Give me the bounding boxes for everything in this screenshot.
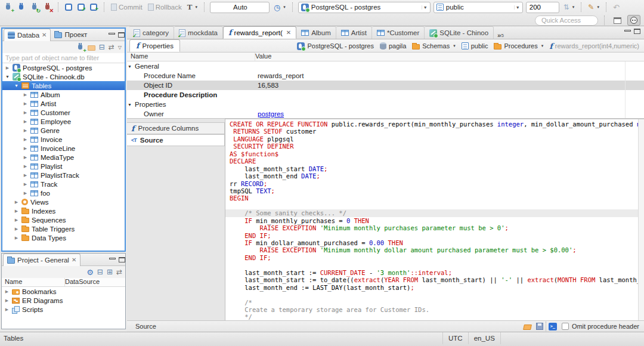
link-with-editor-icon[interactable]: ⇄ <box>116 268 122 276</box>
quick-access-input[interactable] <box>535 16 598 26</box>
timezone-indicator[interactable]: UTC <box>442 332 469 344</box>
breadcrumb-item-public[interactable]: public <box>462 42 488 50</box>
editor-tab-album[interactable]: Album <box>296 26 336 39</box>
undo-button[interactable]: ↶ <box>612 3 621 12</box>
expand-icon[interactable]: ▶ <box>23 173 28 178</box>
expand-icon[interactable]: ▶ <box>23 191 28 196</box>
tree-item-playlisttrack[interactable]: ▶PlaylistTrack <box>2 171 125 180</box>
omit-procedure-header-checkbox[interactable] <box>562 323 569 330</box>
close-icon[interactable]: ✕ <box>42 32 47 38</box>
dbeaver-perspective-button[interactable] <box>627 15 640 26</box>
transaction-log-button[interactable]: T▾ <box>186 2 199 13</box>
vertical-scrollbar[interactable] <box>638 119 644 320</box>
expand-icon[interactable]: ▶ <box>4 307 10 312</box>
editor-tab-rewards-report[interactable]: frewards_report(✕ <box>223 26 296 39</box>
tab-database-navigator[interactable]: Databa ✕ <box>4 29 51 41</box>
subtab-source[interactable]: <TSource <box>127 134 225 146</box>
property-row-owner[interactable]: Ownerpostgres <box>127 109 644 119</box>
tree-item-playlist[interactable]: ▶Playlist <box>2 162 125 171</box>
property-row-procedure-description[interactable]: Procedure Description <box>127 90 644 100</box>
chevron-down-icon[interactable]: ▾ <box>453 44 456 48</box>
sql-editor-button[interactable] <box>64 3 73 11</box>
project-item-bookmarks[interactable]: ▶Bookmarks <box>2 287 125 296</box>
tree-item-employee[interactable]: ▶Employee <box>2 117 125 126</box>
console-icon[interactable]: >_ <box>549 323 557 330</box>
close-icon[interactable]: ✕ <box>72 257 76 263</box>
owner-link[interactable]: postgres <box>258 110 284 118</box>
source-editor[interactable]: CREATE OR REPLACE FUNCTION public.reward… <box>225 119 644 320</box>
collapse-icon[interactable]: ▼ <box>128 103 133 107</box>
expand-icon[interactable]: ▶ <box>23 164 28 169</box>
tree-item-foo[interactable]: ▶foo <box>2 189 125 197</box>
tree-item-indexes[interactable]: ▶Indexes <box>2 206 125 215</box>
object-filter-input[interactable] <box>2 53 125 63</box>
gear-icon[interactable]: ⚙ <box>86 268 94 276</box>
column-datasource[interactable]: DataSource <box>65 278 100 286</box>
expand-icon[interactable]: ▶ <box>23 101 28 106</box>
collapse-icon[interactable]: ▼ <box>14 84 19 88</box>
expand-icon[interactable]: ▶ <box>4 298 10 303</box>
property-row-procedure-name[interactable]: Procedure Namerewards_report <box>127 71 644 81</box>
connect-button[interactable] <box>16 2 26 12</box>
editor-tab-customer[interactable]: *Customer <box>372 26 425 39</box>
tree-item-mediatype[interactable]: ▶MediaType <box>2 153 125 162</box>
expand-icon[interactable]: ▶ <box>4 289 10 294</box>
tree-item-artist[interactable]: ▶Artist <box>2 99 125 108</box>
property-row-object-id[interactable]: Object ID16,583 <box>127 81 644 90</box>
subtab-procedure-columns[interactable]: fProcedure Columns <box>127 122 225 134</box>
expand-icon[interactable]: ▶ <box>23 92 28 97</box>
combo-arrow-icon[interactable]: ▼ <box>514 5 521 10</box>
expand-icon[interactable]: ▶ <box>23 155 28 160</box>
editor-tab-mockdata[interactable]: mockdata <box>174 26 223 39</box>
expand-icon[interactable]: ▶ <box>23 110 28 115</box>
open-perspective-button[interactable] <box>611 15 624 26</box>
collapse-all-icon[interactable]: ⊟ <box>97 268 103 276</box>
tree-item-album[interactable]: ▶Album <box>2 90 125 99</box>
expand-icon[interactable]: ▶ <box>14 218 19 223</box>
new-folder-icon[interactable] <box>88 45 95 51</box>
open-file-icon[interactable] <box>523 325 532 330</box>
locale-indicator[interactable]: en_US <box>469 332 501 344</box>
breadcrumb-item-rewards-report-int4-numeric[interactable]: frewards_report(int4,numeric) <box>549 42 639 50</box>
save-icon[interactable] <box>536 323 543 330</box>
reconnect-button[interactable]: ↻ <box>29 2 39 12</box>
active-schema-combo[interactable]: public▼ <box>434 2 523 13</box>
breadcrumb-item-pagila[interactable]: pagila <box>380 42 406 50</box>
editor-tab-category[interactable]: category <box>129 26 174 39</box>
column-value[interactable]: Value <box>255 52 271 61</box>
tree-item-table-triggers[interactable]: ▶Table Triggers <box>2 224 125 233</box>
fetch-size-input[interactable] <box>526 2 559 13</box>
combo-arrow-icon[interactable]: ▼ <box>422 5 429 10</box>
disconnect-button[interactable]: ✕ <box>42 2 52 12</box>
breadcrumb-item-schemas[interactable]: Schemas▾ <box>412 42 455 50</box>
breadcrumb-item-postgresql-postgres[interactable]: PostgreSQL - postgres <box>297 42 373 50</box>
expand-icon[interactable]: ▶ <box>14 200 19 205</box>
tree-item-track[interactable]: ▶Track <box>2 180 125 189</box>
expand-icon[interactable]: ▶ <box>14 236 19 240</box>
new-connection-button[interactable]: + <box>3 2 13 12</box>
commit-mode-combo[interactable]: Auto <box>210 2 270 13</box>
tree-item-sequences[interactable]: ▶Sequences <box>2 215 125 224</box>
view-menu-icon[interactable]: ▽ <box>118 45 122 50</box>
editor-tab-sqlite-chinoo[interactable]: SQLite - Chinoo <box>425 26 494 39</box>
maximize-icon[interactable] <box>119 257 125 262</box>
tree-item-invoice[interactable]: ▶Invoice <box>2 135 125 144</box>
active-connection-combo[interactable]: PostgreSQL - postgres▼ <box>298 2 431 13</box>
expand-icon[interactable]: ▶ <box>23 182 28 187</box>
tab-project-general[interactable]: Project - General ✕ <box>3 254 80 266</box>
tree-item-postgresql-postgres[interactable]: ▶PostgreSQL - postgres <box>2 63 125 72</box>
expand-icon[interactable]: ▶ <box>14 227 19 231</box>
maximize-icon[interactable] <box>118 32 125 38</box>
tree-item-genre[interactable]: ▶Genre <box>2 126 125 135</box>
expand-icon[interactable]: ▶ <box>23 128 28 133</box>
project-item-er-diagrams[interactable]: ▶ER Diagrams <box>2 296 125 305</box>
column-name[interactable]: Name <box>127 52 255 61</box>
collapse-icon[interactable]: ▼ <box>128 64 133 69</box>
rollback-button[interactable]: Rollback <box>147 3 183 11</box>
expand-all-icon[interactable]: ⊞ <box>107 268 113 276</box>
tree-item-customer[interactable]: ▶Customer <box>2 108 125 117</box>
collapse-all-icon[interactable]: ⊟ <box>99 44 105 51</box>
tree-item-views[interactable]: ▶Views <box>2 197 125 206</box>
expand-icon[interactable]: ▶ <box>5 66 10 70</box>
property-row-properties[interactable]: ▼Properties <box>127 100 644 109</box>
